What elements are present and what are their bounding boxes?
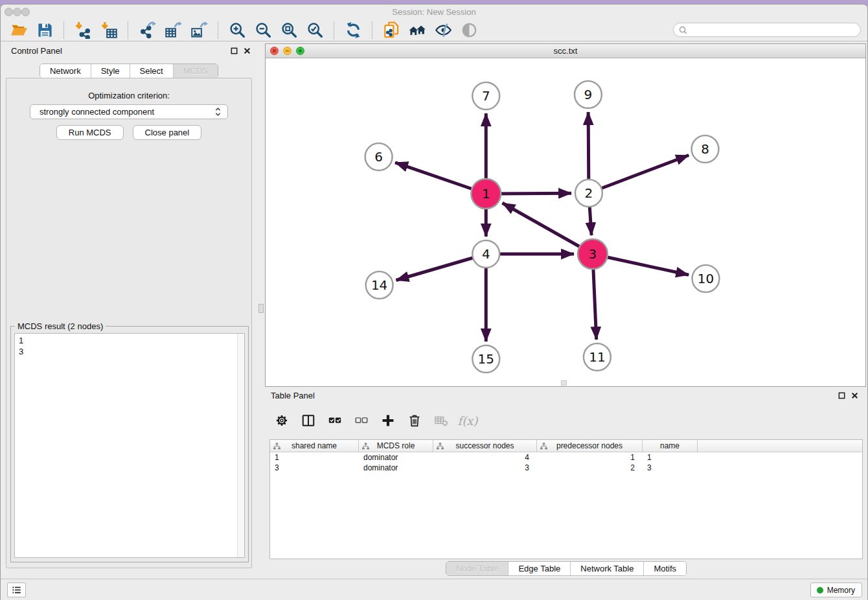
minimize-window-icon[interactable] — [13, 8, 21, 16]
table-settings-icon[interactable] — [274, 413, 290, 428]
mcds-panel: Optimization criterion: strongly connect… — [6, 78, 252, 568]
canvas-splitter-grip[interactable] — [561, 380, 567, 386]
table-cell[interactable]: 4 — [433, 452, 537, 463]
float-panel-icon[interactable] — [231, 47, 238, 54]
table-cell[interactable]: dominator — [359, 463, 433, 473]
close-panel-icon[interactable] — [244, 47, 251, 54]
open-session-icon[interactable] — [9, 20, 29, 40]
create-column-icon[interactable] — [380, 413, 396, 428]
table-cell[interactable]: 2 — [537, 463, 643, 473]
table-row[interactable]: 1dominator411 — [270, 452, 862, 463]
panel-splitter[interactable] — [257, 42, 265, 579]
tab-network[interactable]: Network — [40, 64, 91, 78]
search-box[interactable] — [673, 23, 861, 37]
delete-table-icon[interactable] — [433, 413, 449, 428]
refresh-view-icon[interactable] — [343, 20, 363, 40]
graph-node-label: 1 — [482, 186, 490, 202]
network-canvas[interactable]: 1234678910111415 — [266, 58, 865, 386]
table-header-row: shared nameMCDS rolesuccessor nodesprede… — [270, 440, 862, 452]
mcds-result-group: MCDS result (2 nodes) 13 — [10, 326, 249, 562]
result-line: 3 — [15, 346, 244, 357]
node-table: shared nameMCDS rolesuccessor nodesprede… — [269, 439, 863, 559]
graph-node-label: 9 — [584, 87, 593, 102]
table-cell[interactable]: 1 — [643, 452, 698, 463]
deselect-all-columns-icon[interactable] — [354, 413, 369, 428]
show-all-networks-icon[interactable] — [407, 20, 427, 40]
save-session-icon[interactable] — [35, 20, 54, 40]
splitter-grip[interactable] — [258, 304, 264, 313]
main-toolbar — [1, 19, 867, 41]
tab-motifs[interactable]: Motifs — [644, 562, 686, 575]
toolbar-separator — [334, 21, 334, 39]
optimization-criterion-label: Optimization criterion: — [6, 91, 251, 100]
column-header-name[interactable]: name — [643, 440, 698, 452]
clone-network-icon[interactable] — [382, 20, 401, 40]
graph-node-label: 3 — [589, 246, 597, 262]
zoom-in-icon[interactable] — [227, 20, 247, 40]
delete-columns-icon[interactable] — [407, 413, 422, 428]
search-input[interactable] — [691, 25, 855, 34]
window-title: Session: New Session — [1, 5, 867, 19]
list-icon — [11, 585, 22, 595]
mcds-result-list[interactable]: 13 — [14, 333, 245, 558]
zoom-window-icon[interactable] — [21, 8, 30, 16]
column-type-icon — [540, 443, 547, 450]
tab-node-table[interactable]: Node Table — [446, 562, 509, 575]
graph-node-label: 14 — [371, 277, 387, 293]
column-header-predecessor-nodes[interactable]: predecessor nodes — [537, 440, 643, 452]
table-cell[interactable]: 1 — [270, 452, 359, 463]
minimize-network-icon[interactable] — [283, 47, 291, 55]
column-header-shared-name[interactable]: shared name — [270, 440, 359, 452]
table-cell[interactable]: 1 — [537, 452, 643, 463]
result-line: 1 — [15, 334, 244, 346]
table-row[interactable]: 3dominator323 — [270, 463, 862, 473]
tab-mcds[interactable]: MCDS — [174, 64, 218, 78]
close-network-icon[interactable] — [270, 47, 279, 55]
toolbar-separator — [63, 21, 64, 39]
criterion-dropdown-value: strongly connected component — [40, 107, 215, 117]
graph-node-label: 7 — [482, 88, 490, 104]
zoom-out-icon[interactable] — [253, 20, 273, 40]
export-network-icon[interactable] — [137, 20, 157, 40]
table-tabs: Node TableEdge TableNetwork TableMotifs — [265, 561, 867, 576]
export-table-icon[interactable] — [163, 20, 183, 40]
import-network-icon[interactable] — [73, 20, 93, 40]
float-table-panel-icon[interactable] — [838, 392, 845, 399]
show-column-browser-icon[interactable] — [301, 413, 316, 428]
table-cell[interactable]: 3 — [643, 463, 698, 473]
mcds-result-title: MCDS result (2 nodes) — [15, 321, 106, 331]
tab-edge-table[interactable]: Edge Table — [508, 562, 571, 575]
close-window-icon[interactable] — [5, 8, 13, 16]
memory-button[interactable]: Memory — [810, 583, 862, 597]
column-header-MCDS-role[interactable]: MCDS role — [359, 440, 433, 452]
hide-panels-icon[interactable] — [433, 20, 453, 40]
toggle-view-icon[interactable] — [459, 20, 479, 40]
table-cell[interactable]: 3 — [433, 463, 537, 473]
control-panel-title: Control Panel — [11, 46, 62, 56]
export-image-icon[interactable] — [189, 20, 209, 40]
run-mcds-button[interactable]: Run MCDS — [56, 125, 124, 140]
control-panel-tabs: NetworkStyleSelectMCDS — [1, 63, 257, 78]
network-window-titlebar: scc.txt — [266, 44, 865, 58]
zoom-fit-icon[interactable] — [279, 20, 299, 40]
close-panel-button[interactable]: Close panel — [133, 125, 202, 140]
maximize-network-icon[interactable] — [296, 47, 304, 55]
toolbar-separator — [128, 21, 128, 39]
task-history-button[interactable] — [7, 583, 26, 597]
result-scrollbar[interactable] — [237, 334, 244, 557]
table-cell[interactable]: dominator — [359, 452, 433, 463]
tab-network-table[interactable]: Network Table — [571, 562, 644, 575]
column-header-successor-nodes[interactable]: successor nodes — [433, 440, 537, 452]
tab-style[interactable]: Style — [91, 64, 130, 78]
table-cell[interactable]: 3 — [270, 463, 359, 473]
select-all-columns-icon[interactable] — [327, 413, 343, 428]
graph-edge-2-8[interactable] — [589, 156, 689, 194]
import-table-icon[interactable] — [99, 20, 119, 40]
network-view-window: scc.txt 1234678910111415 — [265, 43, 866, 387]
tab-select[interactable]: Select — [130, 64, 174, 78]
zoom-selected-icon[interactable] — [305, 20, 325, 40]
function-builder-icon[interactable]: f(x) — [460, 413, 475, 428]
status-bar: Memory — [1, 579, 867, 600]
close-table-panel-icon[interactable] — [851, 392, 858, 399]
criterion-dropdown[interactable]: strongly connected component — [30, 104, 228, 119]
